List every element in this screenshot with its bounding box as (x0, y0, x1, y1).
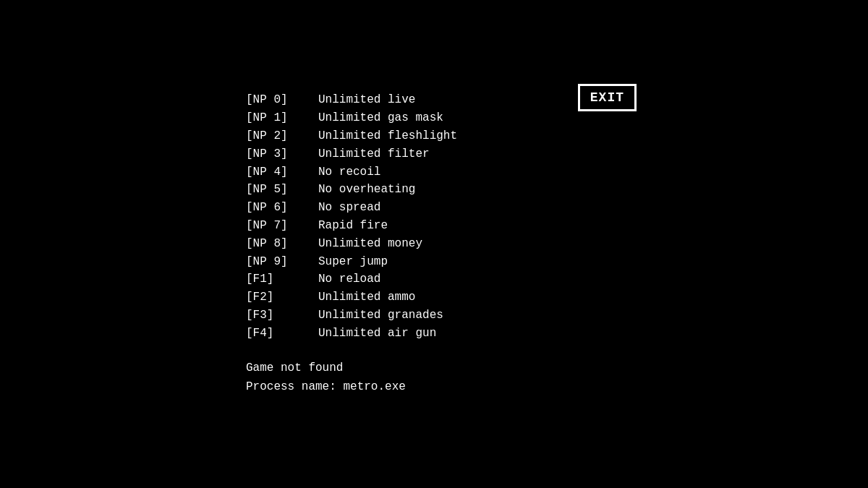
cheat-item: [F3]Unlimited granades (246, 307, 622, 325)
cheat-description: Unlimited fleshlight (318, 127, 457, 145)
cheat-description: Unlimited filter (318, 145, 430, 163)
cheat-key: [NP 7] (246, 217, 318, 235)
cheat-item: [NP 8]Unlimited money (246, 235, 622, 253)
cheat-key: [NP 8] (246, 235, 318, 253)
cheat-description: No overheating (318, 181, 415, 199)
cheat-description: No spread (318, 199, 380, 217)
cheat-description: No recoil (318, 163, 380, 181)
cheat-key: [NP 6] (246, 199, 318, 217)
cheat-key: [NP 4] (246, 163, 318, 181)
cheat-item: [F2]Unlimited ammo (246, 288, 622, 307)
cheat-key: [NP 3] (246, 145, 318, 163)
cheat-key: [F1] (246, 270, 318, 288)
cheat-key: [F3] (246, 307, 318, 325)
cheat-description: Unlimited money (318, 235, 422, 253)
background: EXIT [NP 0]Unlimited live[NP 1]Unlimited… (0, 0, 868, 488)
status-line2: Process name: metro.exe (246, 378, 622, 397)
exit-button[interactable]: EXIT (578, 84, 637, 111)
cheat-item: [NP 0]Unlimited live (246, 91, 622, 109)
status-section: Game not found Process name: metro.exe (246, 359, 622, 396)
cheat-description: Unlimited granades (318, 307, 443, 325)
cheat-list: [NP 0]Unlimited live[NP 1]Unlimited gas … (246, 91, 622, 342)
cheat-key: [NP 1] (246, 109, 318, 127)
cheat-item: [NP 7]Rapid fire (246, 217, 622, 235)
cheat-item: [NP 4]No recoil (246, 163, 622, 181)
cheat-item: [NP 1]Unlimited gas mask (246, 109, 622, 127)
cheat-item: [F4]Unlimited air gun (246, 325, 622, 343)
cheat-description: Unlimited live (318, 91, 415, 109)
cheat-key: [NP 5] (246, 181, 318, 199)
cheat-panel: EXIT [NP 0]Unlimited live[NP 1]Unlimited… (217, 69, 651, 418)
cheat-description: Rapid fire (318, 217, 388, 235)
cheat-item: [NP 6]No spread (246, 199, 622, 217)
cheat-key: [NP 0] (246, 91, 318, 109)
cheat-item: [NP 3]Unlimited filter (246, 145, 622, 163)
cheat-key: [NP 2] (246, 127, 318, 145)
cheat-item: [F1]No reload (246, 270, 622, 288)
cheat-description: Unlimited ammo (318, 288, 415, 307)
cheat-key: [NP 9] (246, 253, 318, 271)
cheat-item: [NP 5]No overheating (246, 181, 622, 199)
cheat-description: No reload (318, 270, 380, 288)
cheat-description: Super jump (318, 253, 388, 271)
cheat-key: [F2] (246, 288, 318, 307)
cheat-key: [F4] (246, 325, 318, 343)
cheat-description: Unlimited air gun (318, 325, 436, 343)
cheat-description: Unlimited gas mask (318, 109, 443, 127)
cheat-item: [NP 9]Super jump (246, 253, 622, 271)
status-line1: Game not found (246, 359, 622, 378)
cheat-item: [NP 2]Unlimited fleshlight (246, 127, 622, 145)
